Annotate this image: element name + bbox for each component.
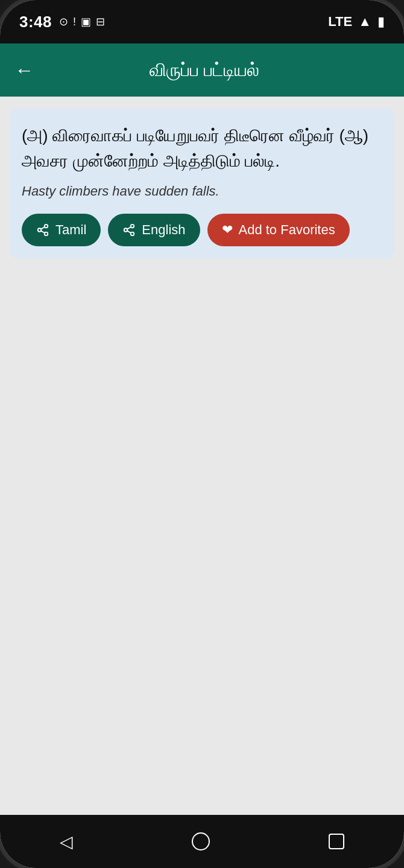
share-tamil-icon — [36, 223, 49, 237]
share-tamil-button[interactable]: Tamil — [22, 214, 101, 246]
svg-line-4 — [41, 227, 45, 229]
sim-icon: ▣ — [81, 15, 91, 28]
svg-point-2 — [45, 232, 48, 236]
svg-point-1 — [38, 228, 42, 232]
app-header: ← விருப்ப பட்டியல் — [0, 43, 404, 97]
svg-point-0 — [45, 225, 48, 228]
svg-point-7 — [131, 232, 134, 236]
proverb-card: (அ) விரைவாகப் படியேறுபவர் திடீரென வீழ்வர… — [10, 109, 394, 258]
heart-icon: ❤ — [222, 222, 233, 238]
vpn-icon: ⊟ — [96, 15, 105, 28]
svg-point-5 — [131, 225, 134, 228]
share-english-icon — [122, 223, 136, 237]
svg-line-3 — [41, 231, 45, 233]
nav-home-button[interactable] — [172, 825, 229, 858]
header-title: விருப்ப பட்டியல் — [43, 60, 365, 81]
nav-recent-button[interactable] — [309, 826, 364, 857]
main-content: (அ) விரைவாகப் படியேறுபவர் திடீரென வீழ்வர… — [0, 97, 404, 815]
location-icon: ⊙ — [59, 15, 68, 28]
back-button[interactable]: ← — [14, 60, 34, 80]
tamil-proverb-text: (அ) விரைவாகப் படியேறுபவர் திடீரென வீழ்வர… — [22, 123, 382, 174]
share-english-button[interactable]: English — [108, 214, 200, 246]
signal-icon: ▲ — [358, 14, 371, 30]
battery-icon: ▮ — [377, 14, 385, 30]
status-icons: ⊙ ! ▣ ⊟ — [59, 15, 105, 28]
status-bar: 3:48 ⊙ ! ▣ ⊟ LTE ▲ ▮ — [0, 0, 404, 43]
share-english-label: English — [142, 222, 185, 238]
english-proverb-text: Hasty climbers have sudden falls. — [22, 183, 382, 199]
status-bar-right: LTE ▲ ▮ — [328, 14, 385, 30]
nav-bar: ◁ — [0, 815, 404, 868]
nav-home-icon — [192, 832, 210, 850]
nav-back-arrow-icon: ◁ — [60, 832, 73, 852]
status-bar-left: 3:48 ⊙ ! ▣ ⊟ — [19, 13, 105, 31]
nav-recent-icon — [329, 834, 344, 849]
alert-icon: ! — [73, 16, 76, 28]
add-to-favorites-button[interactable]: ❤ Add to Favorites — [207, 214, 350, 246]
svg-line-9 — [127, 227, 131, 229]
svg-point-6 — [124, 228, 128, 232]
status-time: 3:48 — [19, 13, 52, 31]
lte-label: LTE — [328, 14, 352, 30]
add-to-favorites-label: Add to Favorites — [239, 222, 335, 238]
action-buttons-row: Tamil English — [22, 214, 382, 246]
share-tamil-label: Tamil — [55, 222, 86, 238]
phone-screen: 3:48 ⊙ ! ▣ ⊟ LTE ▲ ▮ ← விருப்ப பட்டியல் — [0, 0, 404, 868]
svg-line-8 — [127, 231, 131, 233]
nav-back-button[interactable]: ◁ — [40, 825, 92, 859]
phone-frame: 3:48 ⊙ ! ▣ ⊟ LTE ▲ ▮ ← விருப்ப பட்டியல் — [0, 0, 404, 868]
